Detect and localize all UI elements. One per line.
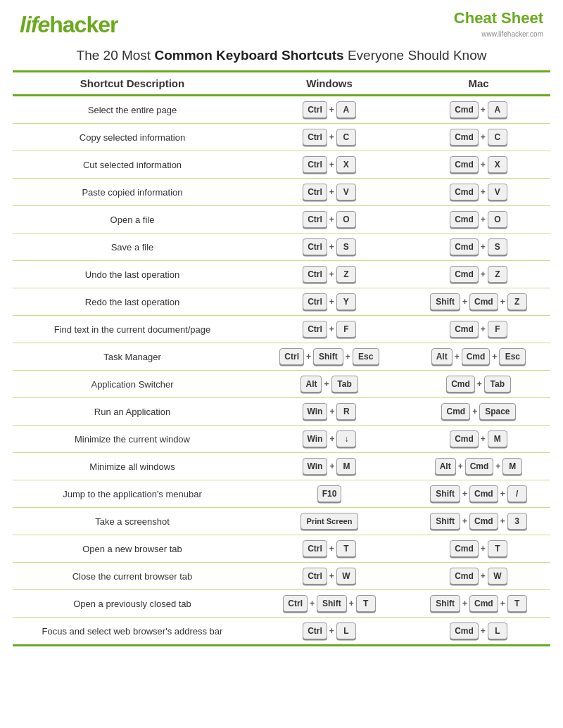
row-mac-shortcut: Cmd+F	[407, 321, 550, 338]
key: Ctrl	[303, 540, 327, 557]
row-description: Focus and select web browser's address b…	[13, 626, 252, 637]
row-description: Copy selected information	[13, 132, 252, 143]
logo-hacker: hacker	[49, 12, 118, 37]
key: M	[502, 458, 522, 475]
row-description: Select the entire page	[13, 105, 252, 115]
key: W	[336, 568, 356, 585]
row-windows-shortcut: Ctrl+S	[252, 238, 407, 255]
table-row: Close the current browser tabCtrl+WCmd+W	[0, 563, 563, 589]
table-row: Find text in the current document/pageCt…	[0, 316, 563, 343]
row-description: Save a file	[13, 242, 252, 253]
logo-life: life	[20, 12, 49, 37]
key: Cmd	[450, 568, 479, 585]
row-mac-shortcut: Shift+Cmd+/	[407, 485, 550, 502]
key-separator: +	[329, 626, 334, 636]
key: L	[488, 622, 507, 639]
key: A	[488, 101, 507, 118]
row-windows-shortcut: Win+M	[252, 458, 407, 475]
key-separator: +	[324, 379, 329, 389]
row-description: Close the current browser tab	[13, 571, 252, 582]
key: Esc	[353, 348, 379, 365]
key: Ctrl	[303, 266, 327, 283]
key: Cmd	[469, 513, 498, 530]
key-separator: +	[329, 215, 334, 224]
key: Ctrl	[303, 568, 327, 585]
table-row: Cut selected informationCtrl+XCmd+X	[0, 151, 563, 178]
key-separator: +	[329, 187, 334, 197]
key-separator: +	[455, 352, 460, 362]
row-windows-shortcut: Ctrl+A	[252, 101, 407, 118]
key-separator: +	[481, 434, 486, 444]
key-separator: +	[462, 599, 467, 608]
key: Ctrl	[303, 238, 327, 255]
key: 3	[507, 513, 527, 530]
key: Cmd	[450, 622, 479, 639]
key: Tab	[331, 376, 358, 392]
key: T	[507, 595, 527, 612]
key-separator: +	[472, 407, 477, 416]
key: Z	[507, 293, 527, 310]
table-row: Application SwitcherAlt+TabCmd+Tab	[0, 371, 563, 397]
row-mac-shortcut: Cmd+W	[407, 568, 550, 585]
key: W	[488, 568, 507, 585]
key: Cmd	[450, 540, 479, 557]
key: Cmd	[441, 403, 470, 420]
page: lifehacker Cheat Sheet www.lifehacker.co…	[0, 0, 563, 646]
row-windows-shortcut: Ctrl+W	[252, 568, 407, 585]
key-separator: +	[310, 599, 315, 608]
row-description: Open a file	[13, 215, 252, 225]
key: F	[336, 321, 356, 338]
row-windows-shortcut: Ctrl+F	[252, 321, 407, 338]
table-row: Copy selected informationCtrl+CCmd+C	[0, 124, 563, 151]
key-separator: +	[481, 544, 486, 554]
key: Cmd	[469, 485, 498, 502]
row-mac-shortcut: Cmd+C	[407, 129, 550, 146]
main-title-post: Everyone Should Know	[344, 48, 487, 63]
key-separator: +	[500, 516, 505, 526]
table-row: Open a new browser tabCtrl+TCmd+T	[0, 535, 563, 562]
key: R	[336, 403, 356, 420]
key-separator: +	[462, 489, 467, 499]
main-title-pre: The 20 Most	[77, 48, 155, 63]
key-separator: +	[481, 324, 486, 334]
key-separator: +	[329, 160, 334, 170]
row-description: Redo the last operation	[13, 297, 252, 307]
row-mac-shortcut: Cmd+Z	[407, 266, 550, 283]
key: Tab	[484, 376, 511, 392]
key: /	[507, 485, 527, 502]
row-windows-shortcut: Ctrl+V	[252, 184, 407, 200]
key: T	[488, 540, 507, 557]
row-mac-shortcut: Shift+Cmd+Z	[407, 293, 550, 310]
key: Ctrl	[303, 293, 327, 310]
key: Ctrl	[303, 156, 327, 173]
key: F	[488, 321, 507, 338]
row-mac-shortcut: Cmd+V	[407, 184, 550, 200]
key-separator: +	[492, 352, 497, 362]
key: ↓	[336, 430, 356, 447]
row-mac-shortcut: Cmd+Space	[407, 403, 550, 420]
key: Cmd	[450, 211, 479, 228]
key: S	[336, 238, 356, 255]
key: Cmd	[465, 458, 494, 475]
row-description: Cut selected information	[13, 160, 252, 170]
key: Esc	[499, 348, 526, 365]
key-separator: +	[346, 352, 350, 362]
row-mac-shortcut: Cmd+X	[407, 156, 550, 173]
key-separator: +	[329, 242, 334, 252]
row-mac-shortcut: Cmd+S	[407, 238, 550, 255]
key-separator: +	[481, 626, 486, 636]
row-description: Open a previously closed tab	[13, 599, 252, 609]
key: L	[336, 622, 356, 639]
row-windows-shortcut: Ctrl+O	[252, 211, 407, 228]
key-separator: +	[500, 599, 505, 608]
row-windows-shortcut: Ctrl+L	[252, 622, 407, 639]
col-desc-header: Shortcut Description	[13, 77, 252, 89]
row-description: Task Manager	[13, 352, 252, 362]
row-description: Take a screenshot	[13, 516, 252, 527]
key-separator: +	[500, 489, 505, 499]
key: X	[488, 156, 507, 173]
key: Shift	[317, 595, 347, 612]
table-body: Select the entire pageCtrl+ACmd+ACopy se…	[0, 96, 563, 644]
key: Space	[479, 403, 515, 420]
key-separator: +	[462, 516, 467, 526]
